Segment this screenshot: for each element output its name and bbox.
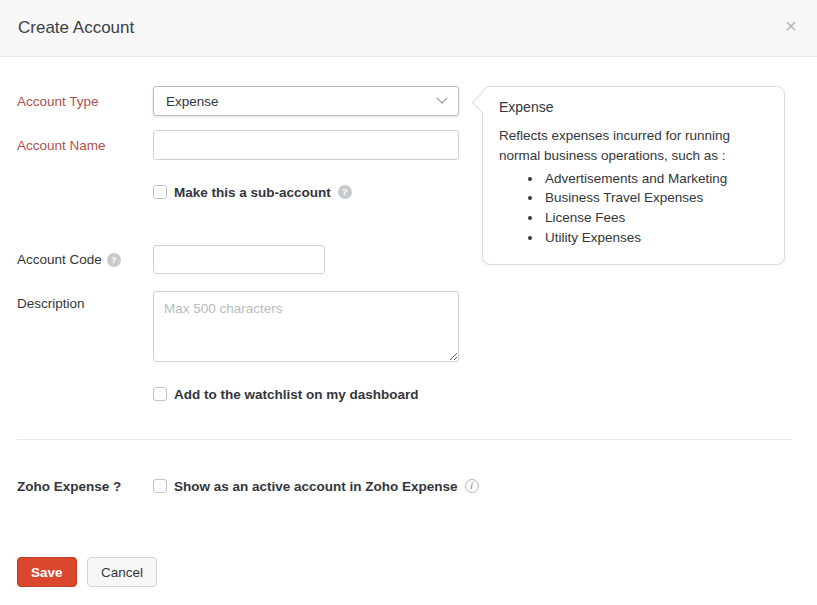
account-type-tooltip: Expense Reflects expenses incurred for r… <box>482 86 785 265</box>
tooltip-list-item: License Fees <box>543 208 768 228</box>
tooltip-description: Reflects expenses incurred for running n… <box>499 126 768 167</box>
tooltip-list-item: Utility Expenses <box>543 228 768 248</box>
watchlist-checkbox[interactable] <box>153 387 167 401</box>
tooltip-list-item: Business Travel Expenses <box>543 188 768 208</box>
cancel-button[interactable]: Cancel <box>87 557 157 587</box>
help-icon[interactable]: ? <box>107 253 121 267</box>
account-code-input[interactable] <box>153 245 325 274</box>
chevron-down-icon <box>436 93 447 104</box>
account-type-value: Expense <box>166 94 438 109</box>
info-icon[interactable]: i <box>465 479 479 493</box>
create-account-dialog: Create Account ✕ Account Type Expense Ex… <box>0 0 817 605</box>
dialog-header: Create Account ✕ <box>0 0 817 57</box>
page-title: Create Account <box>18 18 134 38</box>
account-type-select[interactable]: Expense <box>153 86 459 116</box>
section-divider <box>17 439 792 440</box>
help-icon[interactable]: ? <box>338 185 352 199</box>
save-button[interactable]: Save <box>17 557 77 587</box>
watchlist-row: Add to the watchlist on my dashboard <box>153 385 419 403</box>
account-code-label: Account Code ? <box>17 245 121 274</box>
sub-account-row: Make this a sub-account ? <box>153 183 352 201</box>
description-label: Description <box>17 294 85 312</box>
account-name-input[interactable] <box>153 130 459 160</box>
tooltip-title: Expense <box>499 99 768 115</box>
watchlist-label: Add to the watchlist on my dashboard <box>174 387 419 402</box>
account-type-label: Account Type <box>17 86 99 116</box>
account-name-label: Account Name <box>17 130 106 160</box>
close-icon[interactable]: ✕ <box>781 17 801 37</box>
zoho-expense-label: Zoho Expense ? <box>17 477 121 495</box>
sub-account-label: Make this a sub-account <box>174 185 331 200</box>
zoho-expense-checkbox[interactable] <box>153 479 167 493</box>
sub-account-checkbox[interactable] <box>153 185 167 199</box>
tooltip-examples-list: Advertisements and Marketing Business Tr… <box>543 169 768 249</box>
tooltip-list-item: Advertisements and Marketing <box>543 169 768 189</box>
zoho-expense-checkbox-label: Show as an active account in Zoho Expens… <box>174 479 458 494</box>
description-input[interactable] <box>153 291 459 362</box>
zoho-expense-row: Show as an active account in Zoho Expens… <box>153 477 479 495</box>
